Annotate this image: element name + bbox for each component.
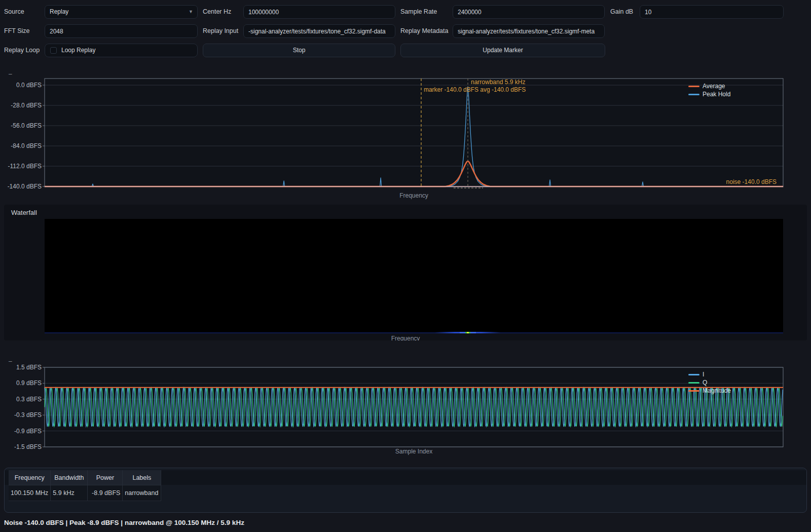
legend-swatch	[688, 94, 699, 95]
center-hz-label: Center Hz	[203, 5, 231, 19]
status-bar: Noise -140.0 dBFS | Peak -8.9 dBFS | nar…	[4, 519, 244, 526]
replay-metadata-label: Replay Metadata	[400, 24, 449, 38]
replay-loop-label: Replay Loop	[4, 44, 40, 57]
legend-label: Magnitude	[703, 388, 731, 394]
table-row[interactable]: 100.150 MHz 5.9 kHz -8.9 dBFS narrowband	[9, 485, 161, 501]
legend-item: Q	[688, 379, 731, 386]
column-header-power: Power	[88, 470, 123, 485]
chart-text: -56.0 dBFS	[11, 122, 42, 129]
legend-swatch	[688, 390, 699, 392]
update-marker-button[interactable]: Update Marker	[400, 44, 605, 57]
legend-label: Average	[703, 83, 725, 90]
waterfall-panel: Waterfall Frequency	[4, 205, 807, 340]
waterfall-x-axis-label: Frequency	[4, 335, 807, 340]
replay-input-label: Replay Input	[203, 24, 238, 38]
fft-size-label: FFT Size	[4, 24, 29, 38]
waterfall-row-baseline	[45, 332, 783, 333]
chart-text: -0.9 dBFS	[14, 428, 42, 435]
chart-text: -112.0 dBFS	[8, 163, 42, 170]
sample-rate-input[interactable]	[453, 5, 605, 19]
legend-item: Average	[688, 83, 730, 90]
spectrum-legend: AveragePeak Hold	[688, 83, 730, 98]
legend-label: Q	[703, 379, 707, 386]
replay-input-field[interactable]	[243, 24, 395, 38]
waterfall-signal-bright	[467, 332, 469, 333]
stop-button[interactable]: Stop	[203, 44, 395, 57]
legend-swatch	[688, 374, 699, 375]
cell-labels: narrowband	[123, 485, 161, 501]
signal-table: Frequency Bandwidth Power Labels 100.150…	[9, 470, 161, 501]
time-legend: IQMagnitude	[688, 371, 731, 394]
chart-text: 1.5 dBFS	[16, 364, 42, 371]
cell-power: -8.9 dBFS	[88, 485, 123, 501]
chart-text: narrowband 5.9 kHz	[471, 79, 525, 86]
chart-text: marker -140.0 dBFS avg -140.0 dBFS	[424, 86, 526, 93]
waterfall-canvas	[45, 219, 783, 333]
signal-table-panel: Frequency Bandwidth Power Labels 100.150…	[4, 468, 807, 513]
column-header-bandwidth: Bandwidth	[51, 470, 88, 485]
legend-swatch	[688, 382, 699, 384]
legend-item: I	[688, 371, 731, 378]
chart-text: -28.0 dBFS	[11, 102, 42, 109]
waterfall-title: Waterfall	[11, 209, 37, 216]
chart-text: -0.3 dBFS	[14, 411, 42, 419]
chart-text: Frequency	[399, 192, 428, 199]
column-header-labels: Labels	[123, 470, 161, 485]
sample-rate-label: Sample Rate	[400, 5, 437, 19]
source-label: Source	[4, 5, 24, 19]
legend-swatch	[688, 86, 699, 87]
chart-text: Sample Index	[395, 448, 432, 455]
loop-replay-checkbox-label: Loop Replay	[61, 44, 95, 57]
legend-label: I	[703, 371, 704, 378]
chart-text: noise -140.0 dBFS	[726, 178, 777, 185]
cell-bandwidth: 5.9 kHz	[51, 485, 88, 501]
column-header-frequency: Frequency	[9, 470, 51, 485]
chart-text: -1.5 dBFS	[14, 443, 42, 450]
time-domain-chart[interactable]: 1.5 dBFS0.9 dBFS0.3 dBFS-0.3 dBFS-0.9 dB…	[0, 350, 811, 459]
spectrum-plot-area	[45, 79, 783, 187]
gain-db-label: Gain dB	[610, 5, 633, 19]
chart-text: 0.0 dBFS	[16, 82, 42, 89]
replay-metadata-field[interactable]	[453, 24, 605, 38]
chart-text: -140.0 dBFS	[8, 183, 42, 190]
source-select[interactable]: Replay ▼	[45, 5, 198, 19]
loop-replay-control[interactable]: Loop Replay	[45, 44, 198, 57]
loop-replay-checkbox[interactable]	[50, 47, 57, 54]
legend-item: Magnitude	[688, 388, 731, 394]
cell-frequency: 100.150 MHz	[9, 485, 51, 501]
chevron-down-icon: ▼	[189, 6, 193, 18]
fft-size-input[interactable]	[45, 24, 198, 38]
table-header-row: Frequency Bandwidth Power Labels	[9, 470, 161, 485]
gain-db-input[interactable]	[640, 5, 784, 19]
center-hz-input[interactable]	[243, 5, 395, 19]
chart-text: 0.9 dBFS	[16, 379, 42, 387]
legend-item: Peak Hold	[688, 91, 730, 98]
legend-label: Peak Hold	[703, 91, 730, 98]
chart-text: -84.0 dBFS	[11, 142, 42, 149]
source-select-value: Replay	[50, 8, 68, 15]
signal-analyzer-app: Source Replay ▼ Center Hz Sample Rate Ga…	[0, 0, 811, 532]
chart-text: 0.3 dBFS	[16, 396, 42, 403]
